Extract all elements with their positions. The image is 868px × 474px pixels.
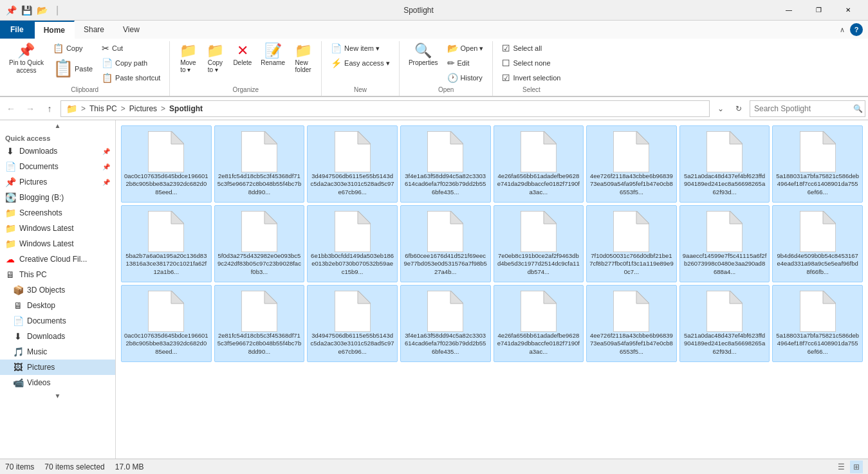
file-item[interactable]: 5f0d3a275d432982e0e093bc59c242df83b05c97… (214, 205, 305, 282)
sidebar-scroll-up[interactable]: ▲ (0, 120, 115, 131)
file-item[interactable]: 9aaeccf14599e7f5c41115a6f2fb26073998c048… (679, 205, 770, 282)
file-item[interactable]: 2e81fc54d18cb5c3f45368df715c3f5e96672c8b… (214, 125, 305, 203)
tab-file[interactable]: File (0, 21, 35, 39)
sidebar-item-music[interactable]: 🎵 Music (0, 344, 115, 360)
new-item-button[interactable]: 📄 New item ▾ (327, 41, 394, 55)
search-input[interactable] (754, 104, 851, 113)
file-item[interactable]: 4e26fa656bb61adadefbe9628e741da29dbbaccf… (494, 285, 584, 362)
sidebar-item-downloads[interactable]: ⬇ Downloads (0, 329, 115, 344)
music-icon: 🎵 (13, 347, 23, 357)
file-item[interactable]: 3d4947506db6115e55b5143dc5da2ac303e3101c… (307, 285, 398, 362)
list-view-button[interactable]: ☰ (835, 460, 847, 473)
file-item[interactable]: 2e81fc54d18cb5c3f45368df715c3f5e96672c8b… (214, 285, 305, 362)
folder-icon: 📁 (5, 208, 15, 218)
tab-home[interactable]: Home (35, 21, 75, 39)
file-item[interactable]: 6fb60cee1676d41d521f69eec9e77bd053e0d531… (400, 205, 491, 282)
minimize-button[interactable]: — (774, 0, 804, 21)
svg-marker-42 (613, 291, 649, 332)
sidebar-item-documents-quick[interactable]: 📄 Documents 📌 (0, 159, 115, 174)
up-button[interactable]: ↑ (41, 100, 58, 117)
refresh-button[interactable]: ↻ (730, 100, 747, 117)
paste-shortcut-button[interactable]: 📋 Paste shortcut (98, 71, 164, 85)
tab-view[interactable]: View (114, 21, 149, 39)
select-all-button[interactable]: ☑ Select all (498, 41, 564, 55)
sidebar-item-windows-latest-2[interactable]: 📁 Windows Latest (0, 236, 115, 251)
forward-button[interactable]: → (22, 100, 39, 117)
sidebar-item-windows-latest-1[interactable]: 📁 Windows Latest (0, 221, 115, 236)
file-doc-icon (613, 291, 649, 332)
tab-share[interactable]: Share (75, 21, 114, 39)
select-none-button[interactable]: ☐ Select none (498, 56, 564, 70)
properties-button[interactable]: 🔍 Properties (405, 41, 442, 69)
sidebar-item-blogging[interactable]: 💽 Blogging (B:) (0, 190, 115, 205)
breadcrumb-spotlight[interactable]: Spotlight (169, 104, 203, 113)
svg-marker-46 (800, 291, 836, 332)
delete-button[interactable]: ✕ Delete (229, 41, 255, 69)
copy-to-button[interactable]: 📁 Copyto ▾ (202, 41, 228, 76)
open-group: 🔍 Properties 📂 Open ▾ ✏ Edit (400, 41, 494, 96)
cut-button[interactable]: ✂ Cut (98, 41, 164, 55)
edit-button[interactable]: ✏ Edit (443, 56, 488, 70)
file-item[interactable]: 4ee726f2118a43cbbe6b9683973ea509a54fa95f… (586, 285, 677, 362)
scissors-icon: ✂ (102, 43, 109, 53)
file-item[interactable]: 7e0eb8c191b0ce2af2f9463dbd4be5d3c1977d25… (494, 205, 584, 282)
sidebar-item-creative-cloud[interactable]: ☁ Creative Cloud Fil... (0, 251, 115, 267)
select-group: ☑ Select all ☐ Select none ☑ Invert sele… (493, 41, 569, 96)
search-box[interactable]: 🔍 (750, 100, 865, 117)
svg-marker-41 (544, 291, 557, 304)
move-to-button[interactable]: 📁 Moveto ▾ (175, 41, 201, 76)
svg-marker-44 (706, 291, 743, 332)
new-folder-button[interactable]: 📁 Newfolder (290, 41, 316, 76)
file-doc-icon (241, 291, 277, 332)
help-button[interactable]: ? (850, 23, 863, 36)
back-button[interactable]: ← (3, 100, 19, 117)
rename-button[interactable]: 📝 Rename (257, 41, 289, 69)
file-item[interactable]: 0ac0c107635d645bdce1966012b8c905bbe83a23… (121, 285, 212, 362)
file-item[interactable]: 3d4947506db6115e55b5143dc5da2ac303e3101c… (307, 125, 398, 203)
file-item[interactable]: 5a188031a7bfa75821c586deb4964ef18f7cc614… (772, 285, 863, 362)
sidebar-item-this-pc[interactable]: 🖥 This PC (0, 267, 115, 282)
sidebar-item-desktop[interactable]: 🖥 Desktop (0, 298, 115, 313)
sidebar-item-pictures[interactable]: 🖼 Pictures (0, 360, 115, 375)
file-item[interactable]: 7f10d050031c766d0dbf21be17cf8b277fbc0f1f… (586, 205, 677, 282)
address-dropdown-button[interactable]: ⌄ (712, 100, 729, 117)
file-name: 7e0eb8c191b0ce2af2f9463dbd4be5d3c1977d25… (497, 252, 581, 276)
sidebar-item-3d-objects[interactable]: 📦 3D Objects (0, 282, 115, 298)
file-item[interactable]: 4ee726f2118a43cbbe6b9683973ea509a54fa95f… (586, 125, 677, 203)
file-item[interactable]: 9b4d6d4e509b0b54c8453167e4ead331a98a9c5e… (772, 205, 863, 282)
file-item[interactable]: 3f4e1a63f58dd94c5a82c3303614cad6efa7f023… (400, 125, 491, 203)
file-item[interactable]: 5a21a0dac48d437ef4bf623ffd904189ed241ec8… (679, 285, 770, 362)
address-bar[interactable]: 📁 > This PC > Pictures > Spotlight (60, 100, 710, 117)
grid-view-button[interactable]: ⊞ (850, 460, 863, 473)
sidebar-item-documents[interactable]: 📄 Documents (0, 313, 115, 329)
history-button[interactable]: 🕐 History (443, 71, 488, 85)
sidebar-item-downloads-quick[interactable]: ⬇ Downloads 📌 (0, 143, 115, 159)
address-bar-container: ← → ↑ 📁 > This PC > Pictures > Spotlight… (0, 97, 868, 120)
sidebar-item-pictures-quick[interactable]: 📌 Pictures 📌 (0, 174, 115, 190)
close-button[interactable]: ✕ (833, 0, 863, 21)
copy-path-button[interactable]: 📄 Copy path (98, 56, 164, 70)
easy-access-button[interactable]: ⚡ Easy access ▾ (327, 56, 394, 70)
file-item[interactable]: 4e26fa656bb61adadefbe9628e741da29dbbaccf… (494, 125, 584, 203)
file-item[interactable]: 0ac0c107635d645bdce1966012b8c905bbe83a23… (121, 125, 212, 203)
copy-button[interactable]: 📋 Copy (49, 41, 97, 55)
ribbon-collapse-btn[interactable]: ∧ (840, 26, 845, 34)
file-name: 4e26fa656bb61adadefbe9628e741da29dbbaccf… (497, 332, 581, 356)
file-item[interactable]: 5a21a0dac48d437ef4bf623ffd904189ed241ec8… (679, 125, 770, 203)
file-item[interactable]: 6e1bb3b0cfdd149da503eb186e013b2eb0730b07… (307, 205, 398, 282)
clipboard-items: 📌 Pin to Quickaccess 📋 Copy 📋 Paste (5, 41, 164, 85)
maximize-button[interactable]: ❐ (804, 0, 833, 21)
sidebar-item-videos[interactable]: 📹 Videos (0, 375, 115, 390)
breadcrumb-this-pc[interactable]: This PC (89, 104, 117, 113)
open-button[interactable]: 📂 Open ▾ (443, 41, 488, 55)
file-item[interactable]: 3f4e1a63f58dd94c5a82c3303614cad6efa7f023… (400, 285, 491, 362)
breadcrumb-pictures[interactable]: Pictures (129, 104, 157, 113)
file-name: 9aaeccf14599e7f5c41115a6f2fb26073998c048… (683, 252, 767, 276)
sidebar-scroll-down[interactable]: ▼ (0, 390, 115, 401)
file-item[interactable]: 5a188031a7bfa75821c586deb4964ef18f7cc614… (772, 125, 863, 203)
pin-to-quick-button[interactable]: 📌 Pin to Quickaccess (5, 41, 48, 77)
sidebar-item-screenshots[interactable]: 📁 Screenshots (0, 205, 115, 221)
file-item[interactable]: 5ba2b7a6a0a195a20c136d8313816a3ce381720c… (121, 205, 212, 282)
invert-selection-button[interactable]: ☑ Invert selection (498, 71, 564, 85)
paste-button[interactable]: 📋 Paste (49, 56, 97, 81)
